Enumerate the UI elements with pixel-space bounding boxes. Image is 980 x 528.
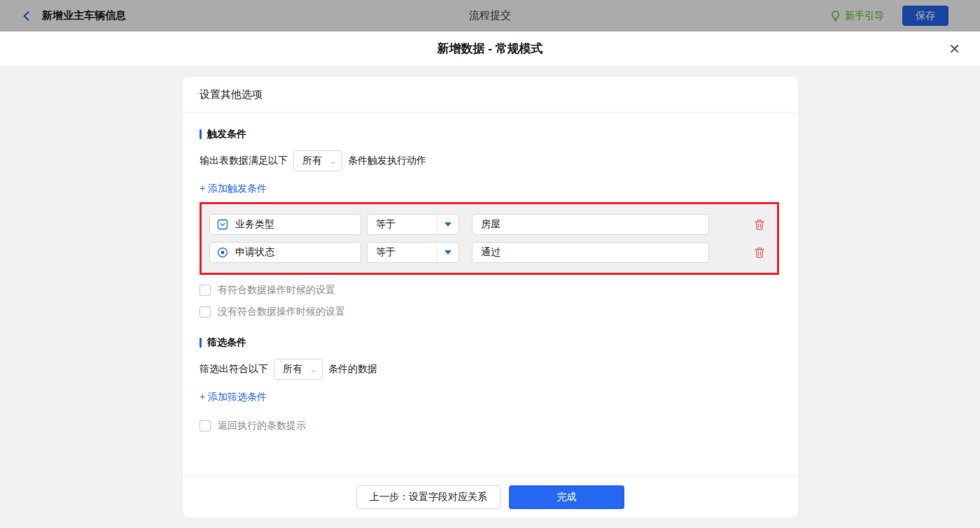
trigger-sentence-prefix: 输出表数据满足以下 [200,155,288,167]
trigger-section-title: 触发条件 [200,128,781,141]
modal-backdrop [0,0,980,31]
app-window: 新增业主车辆信息 流程提交 新手引导 保存 新增数据 - 常规模式 ✕ 设置其他… [0,0,980,528]
checkbox-label: 有符合数据操作时候的设置 [218,284,335,297]
trigger-match-select-value: 所有 [302,155,322,167]
chevron-down-icon: ⌄ [309,365,318,374]
checkbox-label: 返回执行的条数提示 [218,420,306,432]
delete-condition-icon[interactable] [754,247,765,259]
condition-field-label: 业务类型 [235,218,274,231]
condition-value-input[interactable]: 通过 [472,242,709,263]
checkbox-row-no-match: 没有符合数据操作时候的设置 [200,306,781,318]
previous-step-button[interactable]: 上一步：设置字段对应关系 [356,485,500,509]
condition-field-label: 申请状态 [235,246,274,259]
annotation-highlight-box: 业务类型 等于 房屋 申请状 [200,202,779,275]
filter-sentence: 筛选出符合以下 所有 ⌄ 条件的数据 [200,359,781,380]
card-body: 触发条件 输出表数据满足以下 所有 ⌄ 条件触发执行动作 + 添加触发条件 [183,113,798,432]
trigger-sentence: 输出表数据满足以下 所有 ⌄ 条件触发执行动作 [200,150,781,171]
condition-operator-value: 等于 [368,243,437,262]
modal-header: 新增数据 - 常规模式 ✕ [0,31,980,66]
condition-operator-select[interactable]: 等于 [367,242,459,263]
options-card: 设置其他选项 触发条件 输出表数据满足以下 所有 ⌄ 条件触发执行动作 + 添加… [183,77,798,518]
condition-value-input[interactable]: 房屋 [472,214,709,235]
card-header-title: 设置其他选项 [183,77,798,113]
checkbox[interactable] [200,420,211,431]
condition-row: 业务类型 等于 房屋 [209,214,769,235]
add-filter-condition-link[interactable]: + 添加筛选条件 [200,391,267,404]
checkbox-row-return-count: 返回执行的条数提示 [200,420,781,432]
trigger-match-select[interactable]: 所有 ⌄ [293,150,342,171]
trigger-sentence-suffix: 条件触发执行动作 [348,155,426,167]
checkbox-label: 没有符合数据操作时候的设置 [218,306,345,318]
checkbox[interactable] [200,306,211,317]
filter-sentence-suffix: 条件的数据 [328,363,377,376]
condition-field-select[interactable]: 申请状态 [209,242,361,263]
operator-caret-icon [437,243,458,262]
radio-field-icon [217,247,228,258]
condition-row: 申请状态 等于 通过 [209,242,769,263]
condition-field-select[interactable]: 业务类型 [209,214,361,235]
section-accent-bar [200,338,202,348]
filter-sentence-prefix: 筛选出符合以下 [200,363,268,376]
checkbox[interactable] [200,285,211,296]
trigger-section-label: 触发条件 [207,128,246,141]
section-accent-bar [200,129,202,139]
card-footer: 上一步：设置字段对应关系 完成 [183,476,798,518]
condition-operator-value: 等于 [368,215,437,234]
filter-section-label: 筛选条件 [207,336,246,349]
checkbox-row-has-match: 有符合数据操作时候的设置 [200,284,781,297]
delete-condition-icon[interactable] [754,219,765,231]
add-trigger-condition-link[interactable]: + 添加触发条件 [200,183,267,195]
operator-caret-icon [437,215,458,234]
modal-title: 新增数据 - 常规模式 [0,31,980,66]
done-button[interactable]: 完成 [509,485,624,509]
filter-match-select[interactable]: 所有 ⌄ [274,359,323,380]
filter-match-select-value: 所有 [283,363,302,376]
chevron-down-icon: ⌄ [328,157,337,166]
filter-section-title: 筛选条件 [200,336,781,349]
condition-operator-select[interactable]: 等于 [367,214,459,235]
close-icon[interactable]: ✕ [946,31,963,66]
select-field-icon [217,219,228,230]
